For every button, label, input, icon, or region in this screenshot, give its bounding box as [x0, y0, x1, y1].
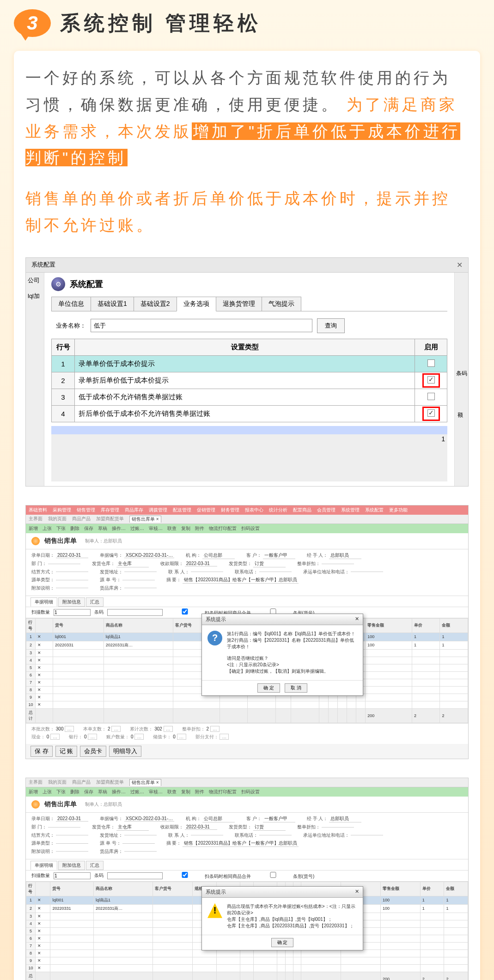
menu-item[interactable]: 配送管理 — [173, 507, 191, 513]
merge-checkbox[interactable] — [166, 872, 203, 878]
window-tab[interactable]: 加盟商配货单 — [96, 779, 124, 786]
menu-item[interactable]: 促销管理 — [197, 507, 215, 513]
row-enable-checkbox[interactable] — [415, 405, 447, 422]
toolbar-button[interactable]: 复制 — [181, 789, 190, 795]
ok-button[interactable]: 确 定 — [257, 683, 280, 693]
action-button[interactable]: 记 账 — [55, 746, 78, 757]
config-row[interactable]: 4折后单价低于成本价不允许销售类单据过账 — [52, 405, 447, 422]
menu-item[interactable]: 财务管理 — [221, 507, 239, 513]
toolbar-button[interactable]: 附件 — [195, 525, 204, 532]
toolbar-button[interactable]: 上张 — [43, 789, 52, 795]
toolbar-button[interactable]: 联查 — [167, 525, 177, 532]
window-tab[interactable]: 加盟商配货单 — [96, 516, 124, 523]
toolbar-button[interactable]: 过账… — [130, 525, 144, 532]
doc-title: 销售出库单 制单人：总部职员 — [26, 533, 468, 549]
sub-tab[interactable]: 汇总 — [86, 597, 104, 607]
toolbar-button[interactable]: 审核… — [149, 525, 163, 532]
sub-tab[interactable]: 附加信息 — [58, 861, 85, 870]
menu-item[interactable]: 库存管理 — [101, 507, 119, 513]
toolbar-button[interactable]: 下张 — [56, 525, 66, 532]
toolbar-button[interactable]: 复制 — [181, 525, 190, 532]
config-row[interactable]: 3低于成本价不允许销售类单据过账 — [52, 389, 447, 405]
config-row[interactable]: 2录单折后单价低于成本价提示 — [52, 372, 447, 389]
sub-tab[interactable]: 单据明细 — [30, 861, 57, 870]
scan-qty-input[interactable] — [54, 872, 91, 879]
toolbar-button[interactable]: 扫码设置 — [241, 525, 260, 532]
ok-button[interactable]: 确 定 — [271, 938, 294, 947]
merge-checkbox[interactable] — [166, 609, 203, 615]
scan-code-input[interactable] — [107, 609, 163, 616]
col-enable: 启用 — [415, 339, 447, 355]
window-tab[interactable]: 我的页面 — [48, 779, 67, 786]
toolbar-button[interactable]: 草稿 — [98, 789, 107, 795]
sub-tab[interactable]: 附加信息 — [58, 597, 85, 607]
window-tab[interactable]: 我的页面 — [48, 516, 67, 523]
config-tab[interactable]: 单位信息 — [51, 297, 91, 311]
form-field: 发货地址： — [100, 569, 157, 575]
config-row[interactable]: 1录单单价低于成本价提示 — [52, 355, 447, 372]
toolbar: 新增上张下张删除保存草稿操作…过账…审核…联查复制附件物流打印配置扫码设置 — [26, 787, 468, 797]
toolbar-button[interactable]: 保存 — [84, 525, 93, 532]
row-enable-checkbox[interactable] — [415, 355, 447, 372]
window-tab[interactable]: 销售出库单 × — [129, 516, 161, 523]
toolbar-button[interactable]: 扫码设置 — [241, 789, 260, 795]
config-tab[interactable]: 退换货管理 — [216, 297, 262, 311]
cancel-button[interactable]: 取 消 — [285, 683, 307, 693]
query-button[interactable]: 查询 — [317, 318, 345, 333]
action-button[interactable]: 保 存 — [30, 746, 53, 757]
window-tab[interactable]: 商品产品 — [72, 516, 91, 523]
menu-item[interactable]: 基础资料 — [29, 507, 47, 513]
action-button[interactable]: 明细导入 — [109, 746, 141, 757]
menu-item[interactable]: 更多功能 — [389, 507, 408, 513]
toolbar-button[interactable]: 保存 — [84, 789, 93, 795]
scan-qty-input[interactable] — [54, 609, 91, 616]
toolbar-button[interactable]: 新增 — [29, 789, 38, 795]
window-tab[interactable]: 商品产品 — [72, 779, 91, 786]
toolbar-button[interactable]: 审核… — [149, 789, 163, 795]
menu-item[interactable]: 报表中心 — [245, 507, 263, 513]
search-input[interactable] — [91, 319, 312, 332]
menu-item[interactable]: 系统管理 — [341, 507, 360, 513]
close-icon[interactable]: ✕ — [355, 889, 359, 895]
config-tab[interactable]: 基础设置2 — [134, 297, 177, 311]
window-tab[interactable]: 主界面 — [29, 779, 43, 786]
config-tab[interactable]: 气泡提示 — [262, 297, 301, 311]
menu-item[interactable]: 调拨管理 — [149, 507, 167, 513]
toolbar-button[interactable]: 过账… — [130, 789, 144, 795]
config-tab[interactable]: 业务选项 — [177, 297, 216, 311]
menu-item[interactable]: 销售管理 — [77, 507, 95, 513]
scan-code-input[interactable] — [107, 872, 163, 879]
toolbar-button[interactable]: 草稿 — [98, 525, 107, 532]
footer-field: 部分支付： … — [195, 734, 229, 740]
close-icon[interactable]: ✕ — [355, 616, 359, 623]
toolbar-button[interactable]: 附件 — [195, 789, 204, 795]
toolbar-button[interactable]: 删除 — [70, 789, 79, 795]
row-enable-checkbox[interactable] — [415, 389, 447, 405]
toolbar-button[interactable]: 操作… — [112, 789, 126, 795]
window-tabs: 主界面我的页面商品产品加盟商配货单销售出库单 × — [26, 515, 468, 524]
barcode-checkbox[interactable] — [255, 872, 292, 878]
close-icon[interactable]: ✕ — [457, 261, 463, 269]
row-enable-checkbox[interactable] — [415, 372, 447, 389]
menu-item[interactable]: 采购管理 — [53, 507, 71, 513]
toolbar-button[interactable]: 物流打印配置 — [209, 789, 237, 795]
toolbar-button[interactable]: 联查 — [167, 789, 177, 795]
config-tab[interactable]: 基础设置1 — [91, 297, 134, 311]
menu-item[interactable]: 配置商品 — [293, 507, 311, 513]
toolbar-button[interactable]: 下张 — [56, 789, 66, 795]
menu-item[interactable]: 统计分析 — [269, 507, 287, 513]
menu-item[interactable]: 系统配置 — [365, 507, 384, 513]
menu-item[interactable]: 商品库存 — [125, 507, 143, 513]
action-button[interactable]: 会员卡 — [80, 746, 106, 757]
menu-item[interactable]: 会员管理 — [317, 507, 335, 513]
toolbar-button[interactable]: 物流打印配置 — [209, 525, 237, 532]
toolbar-button[interactable]: 上张 — [43, 525, 52, 532]
toolbar-button[interactable]: 新增 — [29, 525, 38, 532]
toolbar-button[interactable]: 操作… — [112, 525, 126, 532]
window-tab[interactable]: 销售出库单 × — [129, 779, 161, 786]
sub-tab[interactable]: 单据明细 — [30, 597, 57, 607]
toolbar-button[interactable]: 删除 — [70, 525, 79, 532]
scan-label: 扫描数量 — [31, 609, 50, 615]
sub-tab[interactable]: 汇总 — [86, 861, 104, 870]
window-tab[interactable]: 主界面 — [29, 516, 43, 523]
